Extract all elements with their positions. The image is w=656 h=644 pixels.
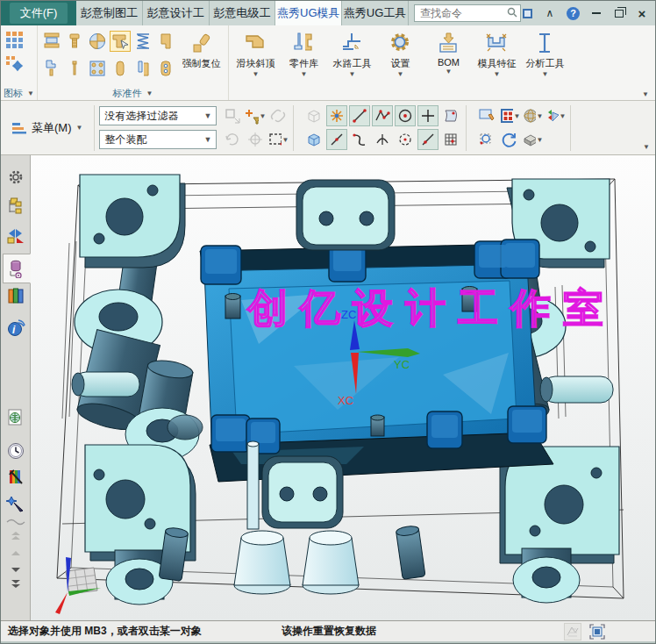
water-tools-button[interactable]: 水路工具 ▼: [328, 27, 376, 78]
tab-pengyi-drafting[interactable]: 彭意制图工: [76, 1, 143, 25]
zoom-window-icon[interactable]: [476, 129, 497, 150]
nx-application-window: 文件(F) 彭意制图工 彭意设计工 彭意电级工 燕秀UG模具 燕秀UG工具 ∧ …: [0, 0, 656, 644]
tab-pengyi-electrode[interactable]: 彭意电级工: [210, 1, 276, 25]
icon-move-button[interactable]: [4, 54, 25, 75]
translucent-box-icon[interactable]: [303, 129, 324, 150]
support-pillar-right[interactable]: [303, 531, 359, 594]
toolbar-options-caret[interactable]: ▼: [643, 144, 653, 154]
tab-yanxiu-ug-tools[interactable]: 燕秀UG工具: [342, 1, 409, 25]
mold-base-icon[interactable]: [41, 31, 62, 52]
visual-report-icon[interactable]: [4, 466, 27, 489]
clip-section-icon[interactable]: [564, 623, 581, 640]
graphics-viewport[interactable]: 创亿设计工作室 ZC YC XC: [31, 155, 656, 620]
return-pin-bottom-right[interactable]: [513, 548, 580, 603]
layer-settings-icon[interactable]: ▼: [499, 105, 520, 126]
scroll-top-icon[interactable]: [4, 529, 27, 541]
rotate-view-icon[interactable]: [499, 129, 520, 150]
snap-midpoint-icon[interactable]: [326, 129, 347, 150]
parts-library-icon: [290, 30, 317, 56]
insert-block-icon[interactable]: [155, 31, 176, 52]
assembly-navigator-icon[interactable]: [4, 195, 27, 218]
history-clock-icon[interactable]: [4, 440, 27, 462]
support-pillar-left[interactable]: [234, 531, 290, 594]
parts-library-label: 零件库: [289, 57, 318, 70]
tab-yanxiu-ug-mold[interactable]: 燕秀UG模具: [275, 1, 342, 25]
minimize-window-button[interactable]: [590, 7, 603, 19]
settings-gear-icon: [387, 30, 413, 56]
slider-lifter-icon: [242, 30, 268, 56]
constraint-navigator-icon[interactable]: [4, 224, 27, 247]
spring-icon[interactable]: [132, 31, 153, 52]
close-window-button[interactable]: ×: [636, 7, 648, 19]
selection-scope-dropdown[interactable]: 整个装配▼: [99, 130, 217, 149]
locating-block-top[interactable]: [296, 180, 395, 250]
oring-plate-icon[interactable]: [155, 58, 176, 79]
part-navigator-icon-selected[interactable]: [3, 254, 31, 283]
reuse-library-icon[interactable]: [4, 284, 27, 307]
snap-line-icon[interactable]: [349, 105, 370, 126]
help-icon[interactable]: ?: [567, 7, 580, 20]
oval-slot-icon[interactable]: [110, 58, 131, 79]
mold-feature-button[interactable]: 模具特征 ▼: [473, 27, 521, 78]
side-lock-right[interactable]: [540, 376, 613, 403]
t-block-icon-highlighted[interactable]: [110, 31, 131, 52]
snap-quadrant-icon[interactable]: [395, 129, 416, 150]
snap-polyline-icon[interactable]: [372, 105, 393, 126]
analysis-tools-button[interactable]: 分析工具 ▼: [521, 27, 569, 78]
clamp-plate-top-left[interactable]: [80, 175, 185, 268]
bom-button[interactable]: BOM ▼: [424, 27, 473, 75]
internet-page-icon[interactable]: [4, 406, 27, 429]
icon-grid-button[interactable]: [4, 29, 25, 50]
snap-endpoint-icon[interactable]: [326, 105, 347, 126]
snap-intersection-icon[interactable]: [417, 129, 439, 150]
search-icon: [507, 5, 517, 16]
ejector-set-icon[interactable]: [41, 58, 62, 79]
undo-selection-icon: [222, 129, 243, 150]
restore-window-button[interactable]: [613, 7, 625, 19]
ejector-pin-icon[interactable]: [64, 58, 85, 79]
view-orientation-icon[interactable]: ▼: [545, 105, 566, 126]
rectangle-select-icon[interactable]: ▼: [267, 129, 289, 150]
plate-with-holes-icon[interactable]: [87, 58, 108, 79]
fullscreen-icon[interactable]: [521, 7, 533, 19]
scroll-down-icon[interactable]: [4, 564, 27, 576]
group-standard-caret[interactable]: ▼: [146, 90, 153, 97]
group-icons-caret[interactable]: ▼: [27, 90, 34, 97]
locating-block-bottom[interactable]: [262, 456, 343, 528]
round-insert-icon[interactable]: [87, 31, 108, 52]
shaded-view-icon[interactable]: ▼: [522, 129, 543, 150]
snap-point-icon[interactable]: [417, 105, 439, 126]
snap-circle-center-icon[interactable]: [395, 105, 416, 126]
scroll-up-icon[interactable]: [4, 547, 27, 559]
scroll-bottom-icon[interactable]: [4, 578, 27, 590]
slider-lifter-button[interactable]: 滑块斜顶 ▼: [232, 27, 280, 78]
menu-button[interactable]: 菜单(M) ▼: [4, 120, 89, 136]
roles-gear-icon[interactable]: [4, 166, 27, 189]
snap-face-icon[interactable]: [440, 105, 461, 126]
command-search-input[interactable]: [414, 4, 521, 22]
solid-box-icon: [303, 105, 324, 126]
web-browser-icon[interactable]: i: [4, 317, 27, 340]
status-prompt: 选择对象并使用 MB3，或者双击某一对象: [1, 624, 202, 639]
file-menu-button[interactable]: 文件(F): [10, 3, 68, 24]
settings-button[interactable]: 设置 ▼: [376, 27, 424, 78]
mold-assembly-scene[interactable]: 创亿设计工作室 ZC YC XC: [31, 155, 656, 620]
force-reset-button[interactable]: 强制复位: [177, 27, 225, 70]
snap-filter-toggle[interactable]: ▼: [245, 105, 266, 126]
guide-sleeve-icon[interactable]: [132, 58, 153, 79]
show-hide-icon[interactable]: [476, 105, 497, 126]
ejector-pin-center[interactable]: [247, 441, 259, 529]
ribbon-options-caret[interactable]: ▼: [642, 91, 654, 100]
render-style-globe-icon[interactable]: ▼: [522, 105, 543, 126]
screw-icon[interactable]: [64, 31, 85, 52]
snap-grid-icon[interactable]: [440, 129, 461, 150]
parts-library-button[interactable]: 零件库 ▼: [280, 27, 328, 78]
selection-filter-dropdown[interactable]: 没有选择过滤器▼: [99, 106, 217, 125]
minimize-ribbon-icon[interactable]: ∧: [544, 7, 556, 19]
snap-curve-icon[interactable]: [349, 129, 370, 150]
tab-pengyi-design[interactable]: 彭意设计工: [143, 1, 210, 25]
snap-tangent-icon[interactable]: [372, 129, 393, 150]
side-lock-left[interactable]: [72, 372, 139, 397]
fit-view-icon[interactable]: [588, 623, 606, 640]
product-template-icon[interactable]: [4, 492, 27, 515]
